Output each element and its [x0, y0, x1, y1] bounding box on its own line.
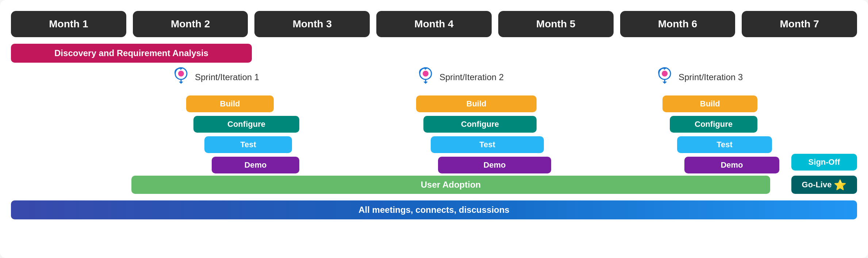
- sprint-1-icon: [172, 66, 191, 89]
- meetings-label: All meetings, connects, discussions: [358, 205, 509, 215]
- sprint-1-build: Build: [186, 95, 274, 112]
- go-live-label: Go-Live: [802, 180, 832, 189]
- month-7: Month 7: [742, 11, 857, 37]
- month-6: Month 6: [620, 11, 736, 37]
- month-3: Month 3: [254, 11, 370, 37]
- sprint-3-demo: Demo: [684, 157, 779, 173]
- sprint-2-icon: [416, 66, 435, 89]
- discovery-label: Discovery and Requirement Analysis: [54, 48, 208, 58]
- sprint-1-header: Sprint/Iteration 1: [172, 66, 299, 89]
- sprint-1-block: Sprint/Iteration 1 Build Configure Test …: [172, 66, 299, 177]
- sprint-3-header: Sprint/Iteration 3: [655, 66, 779, 89]
- sprint-2-header: Sprint/Iteration 2: [416, 66, 551, 89]
- main-container: Month 1 Month 2 Month 3 Month 4 Month 5 …: [0, 0, 868, 258]
- svg-marker-11: [662, 82, 667, 84]
- svg-marker-7: [423, 82, 428, 84]
- sprint-3-configure: Configure: [670, 116, 757, 133]
- month-5: Month 5: [498, 11, 614, 37]
- svg-point-2: [178, 71, 184, 77]
- user-adoption-bar: User Adoption: [131, 176, 770, 194]
- sprint-3-label: Sprint/Iteration 3: [679, 72, 743, 82]
- month-2: Month 2: [133, 11, 248, 37]
- sprint-1-demo: Demo: [212, 157, 299, 173]
- meetings-bar: All meetings, connects, discussions: [11, 200, 857, 219]
- user-adoption-label: User Adoption: [421, 180, 481, 190]
- star-icon: ⭐: [834, 179, 846, 191]
- svg-point-10: [662, 71, 668, 77]
- sign-off-label: Sign-Off: [809, 157, 840, 167]
- sprint-2-build: Build: [416, 95, 537, 112]
- content-area: Discovery and Requirement Analysis Sprin: [11, 44, 857, 248]
- go-live-button[interactable]: Go-Live ⭐: [791, 176, 857, 194]
- sign-off-button[interactable]: Sign-Off: [791, 154, 857, 171]
- svg-point-6: [423, 71, 429, 77]
- sprint-1-test: Test: [204, 136, 292, 153]
- months-row: Month 1 Month 2 Month 3 Month 4 Month 5 …: [11, 11, 857, 37]
- sprint-3-build: Build: [662, 95, 757, 112]
- sprint-2-label: Sprint/Iteration 2: [439, 72, 504, 82]
- month-4: Month 4: [376, 11, 492, 37]
- sprint-2-configure: Configure: [423, 116, 537, 133]
- svg-marker-3: [179, 82, 183, 84]
- sprint-3-test: Test: [677, 136, 772, 153]
- sprint-2-test: Test: [431, 136, 544, 153]
- sprint-1-label: Sprint/Iteration 1: [195, 72, 259, 82]
- discovery-bar: Discovery and Requirement Analysis: [11, 44, 252, 63]
- sprint-2-demo: Demo: [438, 157, 551, 173]
- sprint-3-block: Sprint/Iteration 3 Build Configure Test …: [655, 66, 779, 177]
- sprint-1-configure: Configure: [193, 116, 299, 133]
- sprint-2-block: Sprint/Iteration 2 Build Configure Test …: [416, 66, 551, 177]
- sprint-3-icon: [655, 66, 674, 89]
- month-1: Month 1: [11, 11, 126, 37]
